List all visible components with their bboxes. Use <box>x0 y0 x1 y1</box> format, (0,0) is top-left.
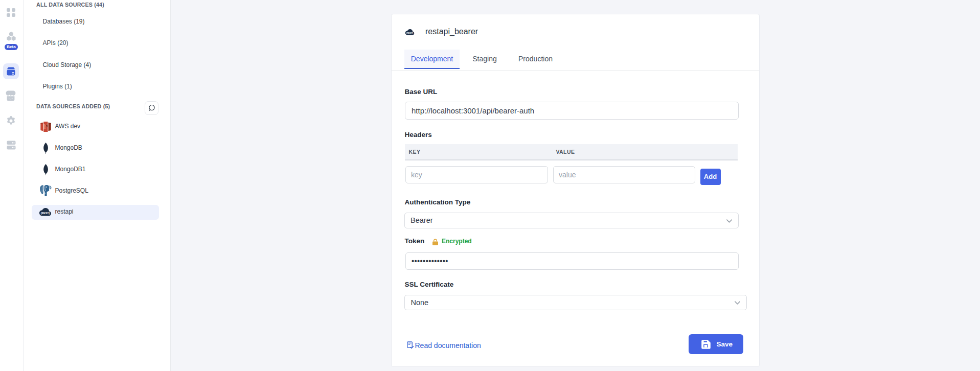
svg-text:(REST): (REST) <box>41 212 50 215</box>
svg-text:(REST): (REST) <box>406 32 414 34</box>
